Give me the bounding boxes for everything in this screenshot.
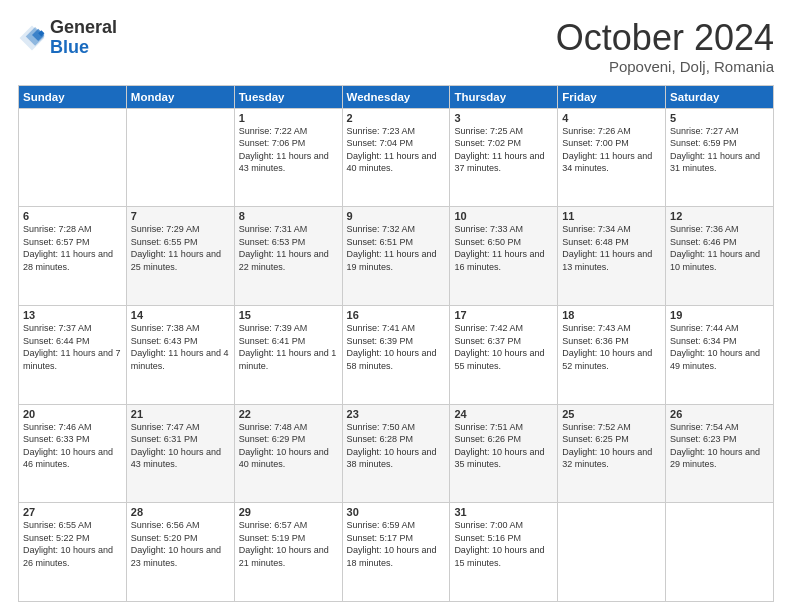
- logo-icon: [18, 24, 46, 52]
- day-number: 27: [23, 506, 122, 518]
- calendar-cell: 13Sunrise: 7:37 AM Sunset: 6:44 PM Dayli…: [19, 305, 127, 404]
- calendar-cell: 5Sunrise: 7:27 AM Sunset: 6:59 PM Daylig…: [666, 108, 774, 207]
- calendar-cell: 18Sunrise: 7:43 AM Sunset: 6:36 PM Dayli…: [558, 305, 666, 404]
- calendar-week-row: 6Sunrise: 7:28 AM Sunset: 6:57 PM Daylig…: [19, 207, 774, 306]
- day-info: Sunrise: 7:31 AM Sunset: 6:53 PM Dayligh…: [239, 223, 338, 273]
- day-number: 7: [131, 210, 230, 222]
- calendar-cell: 6Sunrise: 7:28 AM Sunset: 6:57 PM Daylig…: [19, 207, 127, 306]
- day-info: Sunrise: 7:43 AM Sunset: 6:36 PM Dayligh…: [562, 322, 661, 372]
- day-info: Sunrise: 7:51 AM Sunset: 6:26 PM Dayligh…: [454, 421, 553, 471]
- day-number: 17: [454, 309, 553, 321]
- day-number: 24: [454, 408, 553, 420]
- calendar-cell: [19, 108, 127, 207]
- day-info: Sunrise: 7:27 AM Sunset: 6:59 PM Dayligh…: [670, 125, 769, 175]
- calendar-cell: 28Sunrise: 6:56 AM Sunset: 5:20 PM Dayli…: [126, 503, 234, 602]
- calendar-cell: 29Sunrise: 6:57 AM Sunset: 5:19 PM Dayli…: [234, 503, 342, 602]
- day-info: Sunrise: 7:33 AM Sunset: 6:50 PM Dayligh…: [454, 223, 553, 273]
- day-number: 4: [562, 112, 661, 124]
- calendar-cell: 3Sunrise: 7:25 AM Sunset: 7:02 PM Daylig…: [450, 108, 558, 207]
- calendar-cell: 30Sunrise: 6:59 AM Sunset: 5:17 PM Dayli…: [342, 503, 450, 602]
- calendar-day-header: Wednesday: [342, 85, 450, 108]
- day-number: 16: [347, 309, 446, 321]
- day-number: 2: [347, 112, 446, 124]
- day-info: Sunrise: 6:59 AM Sunset: 5:17 PM Dayligh…: [347, 519, 446, 569]
- day-number: 6: [23, 210, 122, 222]
- day-info: Sunrise: 7:22 AM Sunset: 7:06 PM Dayligh…: [239, 125, 338, 175]
- day-number: 28: [131, 506, 230, 518]
- calendar-day-header: Thursday: [450, 85, 558, 108]
- calendar-cell: 11Sunrise: 7:34 AM Sunset: 6:48 PM Dayli…: [558, 207, 666, 306]
- day-info: Sunrise: 7:39 AM Sunset: 6:41 PM Dayligh…: [239, 322, 338, 372]
- day-number: 12: [670, 210, 769, 222]
- header-right: October 2024 Popoveni, Dolj, Romania: [556, 18, 774, 75]
- calendar-cell: 1Sunrise: 7:22 AM Sunset: 7:06 PM Daylig…: [234, 108, 342, 207]
- calendar-cell: 27Sunrise: 6:55 AM Sunset: 5:22 PM Dayli…: [19, 503, 127, 602]
- day-info: Sunrise: 7:42 AM Sunset: 6:37 PM Dayligh…: [454, 322, 553, 372]
- calendar-cell: 7Sunrise: 7:29 AM Sunset: 6:55 PM Daylig…: [126, 207, 234, 306]
- calendar-cell: 24Sunrise: 7:51 AM Sunset: 6:26 PM Dayli…: [450, 404, 558, 503]
- day-info: Sunrise: 7:52 AM Sunset: 6:25 PM Dayligh…: [562, 421, 661, 471]
- day-number: 21: [131, 408, 230, 420]
- day-info: Sunrise: 7:44 AM Sunset: 6:34 PM Dayligh…: [670, 322, 769, 372]
- logo-text: General Blue: [50, 18, 117, 58]
- day-number: 19: [670, 309, 769, 321]
- calendar-cell: [666, 503, 774, 602]
- calendar-cell: 4Sunrise: 7:26 AM Sunset: 7:00 PM Daylig…: [558, 108, 666, 207]
- day-number: 9: [347, 210, 446, 222]
- calendar-cell: 17Sunrise: 7:42 AM Sunset: 6:37 PM Dayli…: [450, 305, 558, 404]
- day-info: Sunrise: 6:55 AM Sunset: 5:22 PM Dayligh…: [23, 519, 122, 569]
- calendar-cell: 16Sunrise: 7:41 AM Sunset: 6:39 PM Dayli…: [342, 305, 450, 404]
- header: General Blue October 2024 Popoveni, Dolj…: [18, 18, 774, 75]
- day-info: Sunrise: 6:57 AM Sunset: 5:19 PM Dayligh…: [239, 519, 338, 569]
- calendar-cell: 14Sunrise: 7:38 AM Sunset: 6:43 PM Dayli…: [126, 305, 234, 404]
- day-number: 26: [670, 408, 769, 420]
- calendar-cell: [558, 503, 666, 602]
- calendar-week-row: 1Sunrise: 7:22 AM Sunset: 7:06 PM Daylig…: [19, 108, 774, 207]
- day-number: 31: [454, 506, 553, 518]
- calendar-cell: 31Sunrise: 7:00 AM Sunset: 5:16 PM Dayli…: [450, 503, 558, 602]
- day-info: Sunrise: 7:28 AM Sunset: 6:57 PM Dayligh…: [23, 223, 122, 273]
- calendar-day-header: Tuesday: [234, 85, 342, 108]
- calendar-cell: 2Sunrise: 7:23 AM Sunset: 7:04 PM Daylig…: [342, 108, 450, 207]
- day-info: Sunrise: 7:48 AM Sunset: 6:29 PM Dayligh…: [239, 421, 338, 471]
- day-info: Sunrise: 7:47 AM Sunset: 6:31 PM Dayligh…: [131, 421, 230, 471]
- calendar-cell: 21Sunrise: 7:47 AM Sunset: 6:31 PM Dayli…: [126, 404, 234, 503]
- day-number: 15: [239, 309, 338, 321]
- calendar-cell: 23Sunrise: 7:50 AM Sunset: 6:28 PM Dayli…: [342, 404, 450, 503]
- day-number: 13: [23, 309, 122, 321]
- calendar-cell: 19Sunrise: 7:44 AM Sunset: 6:34 PM Dayli…: [666, 305, 774, 404]
- calendar-cell: 12Sunrise: 7:36 AM Sunset: 6:46 PM Dayli…: [666, 207, 774, 306]
- calendar-cell: 20Sunrise: 7:46 AM Sunset: 6:33 PM Dayli…: [19, 404, 127, 503]
- calendar-cell: 25Sunrise: 7:52 AM Sunset: 6:25 PM Dayli…: [558, 404, 666, 503]
- day-info: Sunrise: 7:25 AM Sunset: 7:02 PM Dayligh…: [454, 125, 553, 175]
- month-title: October 2024: [556, 18, 774, 58]
- calendar-day-header: Monday: [126, 85, 234, 108]
- calendar-header-row: SundayMondayTuesdayWednesdayThursdayFrid…: [19, 85, 774, 108]
- calendar-cell: [126, 108, 234, 207]
- day-number: 20: [23, 408, 122, 420]
- calendar-day-header: Friday: [558, 85, 666, 108]
- day-info: Sunrise: 7:41 AM Sunset: 6:39 PM Dayligh…: [347, 322, 446, 372]
- day-number: 8: [239, 210, 338, 222]
- day-info: Sunrise: 7:36 AM Sunset: 6:46 PM Dayligh…: [670, 223, 769, 273]
- day-info: Sunrise: 7:54 AM Sunset: 6:23 PM Dayligh…: [670, 421, 769, 471]
- calendar-week-row: 20Sunrise: 7:46 AM Sunset: 6:33 PM Dayli…: [19, 404, 774, 503]
- page: General Blue October 2024 Popoveni, Dolj…: [0, 0, 792, 612]
- day-info: Sunrise: 7:46 AM Sunset: 6:33 PM Dayligh…: [23, 421, 122, 471]
- logo-blue: Blue: [50, 37, 89, 57]
- day-info: Sunrise: 7:32 AM Sunset: 6:51 PM Dayligh…: [347, 223, 446, 273]
- day-number: 11: [562, 210, 661, 222]
- day-number: 10: [454, 210, 553, 222]
- day-info: Sunrise: 7:37 AM Sunset: 6:44 PM Dayligh…: [23, 322, 122, 372]
- day-number: 18: [562, 309, 661, 321]
- day-info: Sunrise: 7:23 AM Sunset: 7:04 PM Dayligh…: [347, 125, 446, 175]
- day-info: Sunrise: 7:26 AM Sunset: 7:00 PM Dayligh…: [562, 125, 661, 175]
- calendar-cell: 10Sunrise: 7:33 AM Sunset: 6:50 PM Dayli…: [450, 207, 558, 306]
- calendar-day-header: Sunday: [19, 85, 127, 108]
- day-number: 23: [347, 408, 446, 420]
- calendar-day-header: Saturday: [666, 85, 774, 108]
- calendar-cell: 8Sunrise: 7:31 AM Sunset: 6:53 PM Daylig…: [234, 207, 342, 306]
- calendar-table: SundayMondayTuesdayWednesdayThursdayFrid…: [18, 85, 774, 602]
- calendar-week-row: 27Sunrise: 6:55 AM Sunset: 5:22 PM Dayli…: [19, 503, 774, 602]
- day-number: 25: [562, 408, 661, 420]
